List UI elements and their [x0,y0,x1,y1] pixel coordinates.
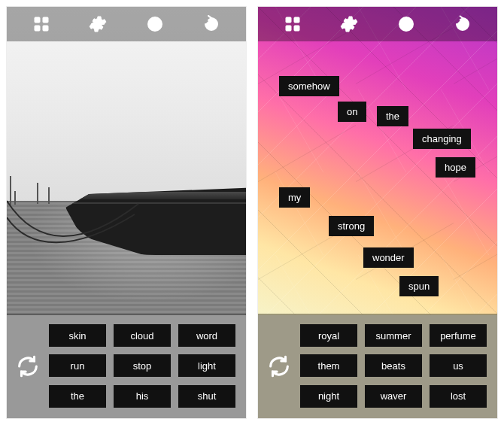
svg-rect-0 [35,17,40,23]
word-tray: skin cloud word run stop light the his s… [7,314,246,418]
shuffle-button[interactable] [7,354,49,379]
placed-word[interactable]: my [279,187,310,208]
svg-rect-6 [286,17,291,23]
gear-icon[interactable] [88,14,108,34]
word-tile[interactable]: beats [365,354,422,377]
svg-point-11 [405,27,407,29]
mooring-rope [7,195,142,255]
help-icon[interactable] [145,14,165,34]
word-grid: royal summer perfume them beats us night… [300,314,497,418]
word-tile[interactable]: word [178,324,235,347]
help-icon[interactable] [396,14,416,34]
topbar [258,7,497,41]
svg-rect-7 [294,17,299,23]
placed-word[interactable]: wonder [363,247,414,268]
word-grid: skin cloud word run stop light the his s… [49,314,246,418]
placed-word[interactable]: strong [329,216,374,236]
placed-word[interactable]: on [338,102,366,122]
svg-rect-1 [43,17,48,23]
word-tile[interactable]: perfume [430,324,487,347]
undo-icon[interactable] [202,14,221,34]
undo-icon[interactable] [453,14,472,34]
svg-point-5 [154,27,156,29]
svg-rect-8 [286,26,291,31]
word-tile[interactable]: waver [365,385,422,408]
word-tile[interactable]: stop [114,354,171,377]
word-tile[interactable]: lost [430,385,487,408]
topbar [7,7,246,41]
word-tile[interactable]: cloud [114,324,171,347]
placed-word[interactable]: changing [413,129,471,149]
word-tile[interactable]: night [300,385,357,408]
word-tile[interactable]: the [49,385,106,408]
svg-rect-2 [35,26,40,31]
svg-rect-9 [294,26,299,31]
word-tile[interactable]: us [430,354,487,377]
photo-canvas[interactable] [7,7,246,315]
placed-word[interactable]: somehow [279,76,339,96]
placed-word[interactable]: spun [399,276,439,296]
grid-icon[interactable] [32,14,51,34]
placed-word[interactable]: hope [436,157,475,178]
word-tile[interactable]: run [49,354,106,377]
word-tile[interactable]: them [300,354,357,377]
word-tile[interactable]: his [114,385,171,408]
svg-rect-3 [43,26,48,31]
word-tile[interactable]: shut [178,385,235,408]
word-tile[interactable]: summer [365,324,422,347]
word-tile[interactable]: royal [300,324,357,347]
grid-icon[interactable] [283,14,302,34]
photo-canvas[interactable]: somehowonthechanginghopemystrongwondersp… [258,7,497,315]
screen-color: somehowonthechanginghopemystrongwondersp… [257,6,498,419]
placed-word[interactable]: the [377,106,408,126]
word-tray: royal summer perfume them beats us night… [258,314,497,418]
gear-icon[interactable] [339,14,359,34]
word-tile[interactable]: skin [49,324,106,347]
word-tile[interactable]: light [178,354,235,377]
screen-bw: skin cloud word run stop light the his s… [6,6,247,419]
shuffle-button[interactable] [258,354,300,379]
